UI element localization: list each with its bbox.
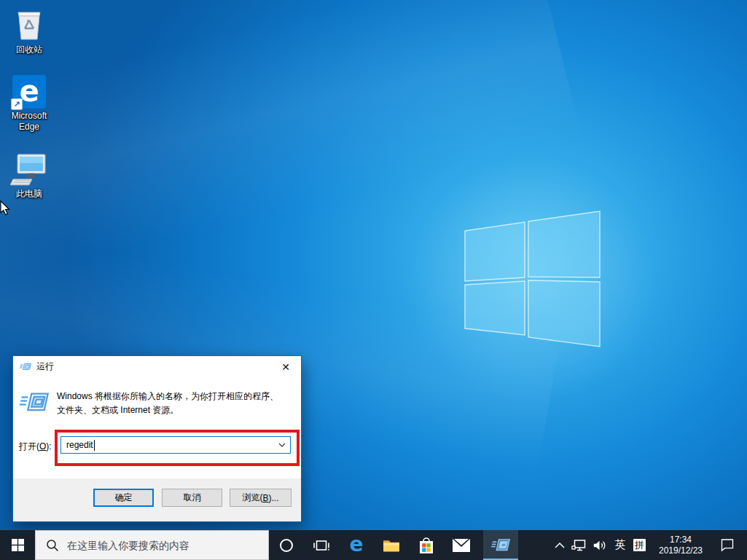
run-command-value: regedit xyxy=(66,440,93,450)
task-view-button[interactable] xyxy=(304,530,339,560)
cancel-button[interactable]: 取消 xyxy=(162,489,222,507)
run-dialog: 运行 ✕ Windows 将根据你所输入的名称，为你打开相应的程序、 文件夹、文… xyxy=(12,355,302,522)
edge-icon: e xyxy=(350,532,364,556)
search-icon xyxy=(46,539,59,552)
run-icon xyxy=(20,361,31,373)
cortana-icon xyxy=(278,537,294,553)
run-command-input[interactable]: regedit xyxy=(60,436,291,454)
run-dialog-titlebar[interactable]: 运行 ✕ xyxy=(13,356,301,377)
run-icon-large xyxy=(20,389,49,417)
microsoft-store-icon xyxy=(418,536,435,555)
taskbar-search-box[interactable] xyxy=(35,530,269,560)
time: 17:34 xyxy=(670,535,692,545)
pinyin-icon: 拼 xyxy=(633,539,646,551)
file-explorer-button[interactable] xyxy=(374,530,409,560)
close-button[interactable]: ✕ xyxy=(270,356,301,377)
taskbar-empty-area xyxy=(518,530,551,560)
desktop-icon-label: 此电脑 xyxy=(16,189,42,200)
taskbar: e xyxy=(0,530,747,560)
text-caret xyxy=(94,440,95,451)
file-explorer-icon xyxy=(382,537,401,553)
desktop-icon-recycle-bin[interactable]: 回收站 xyxy=(3,6,55,55)
network-button[interactable] xyxy=(568,530,589,560)
action-center-button[interactable] xyxy=(712,530,743,560)
cortana-button[interactable] xyxy=(269,530,304,560)
taskbar-edge-button[interactable]: e xyxy=(339,530,374,560)
chevron-up-icon xyxy=(555,542,565,548)
date: 2019/12/23 xyxy=(659,545,703,556)
dialog-title: 运行 xyxy=(36,360,54,373)
language-indicator[interactable]: 英 xyxy=(611,530,630,560)
network-icon xyxy=(571,539,586,552)
screen: 回收站 e ↗ Microsoft Edge 此电脑 xyxy=(0,0,747,560)
windows-start-icon xyxy=(12,539,24,551)
this-pc-icon xyxy=(10,151,48,186)
shortcut-arrow-icon: ↗ xyxy=(11,98,23,110)
dialog-footer: 确定 取消 浏览(B)... xyxy=(13,478,301,521)
desktop-icon-microsoft-edge[interactable]: e ↗ Microsoft Edge xyxy=(3,75,55,133)
system-tray: 英 拼 17:34 2019/12/23 xyxy=(551,530,747,560)
dropdown-button[interactable] xyxy=(275,438,289,452)
mouse-cursor xyxy=(0,200,11,216)
volume-icon xyxy=(592,539,607,552)
search-input[interactable] xyxy=(66,539,251,552)
edge-icon: e ↗ xyxy=(12,75,46,109)
windows-logo-wallpaper xyxy=(404,149,660,404)
browse-button[interactable]: 浏览(B)... xyxy=(230,489,292,507)
mail-icon xyxy=(452,538,471,553)
task-view-icon xyxy=(313,537,330,553)
close-icon: ✕ xyxy=(281,361,290,373)
clock[interactable]: 17:34 2019/12/23 xyxy=(649,530,712,560)
chevron-down-icon xyxy=(278,443,286,447)
desktop-icon-label: 回收站 xyxy=(16,44,42,55)
taskbar-run-button[interactable] xyxy=(483,530,518,560)
mail-button[interactable] xyxy=(444,530,479,560)
open-field-label: 打开(O): xyxy=(19,441,52,453)
dialog-message: Windows 将根据你所输入的名称，为你打开相应的程序、 文件夹、文档或 In… xyxy=(57,390,294,417)
store-button[interactable] xyxy=(409,530,444,560)
desktop-icon-label: Edge xyxy=(19,122,39,133)
ok-button[interactable]: 确定 xyxy=(93,489,154,507)
desktop-icon-this-pc[interactable]: 此电脑 xyxy=(3,151,55,200)
ime-pinyin-indicator[interactable]: 拼 xyxy=(630,530,649,560)
recycle-bin-icon xyxy=(12,6,47,42)
volume-button[interactable] xyxy=(589,530,611,560)
start-button[interactable] xyxy=(0,530,35,560)
action-center-icon xyxy=(720,538,735,552)
run-icon xyxy=(491,537,510,554)
desktop-icon-label: Microsoft xyxy=(12,111,47,122)
hidden-icons-button[interactable] xyxy=(551,530,568,560)
